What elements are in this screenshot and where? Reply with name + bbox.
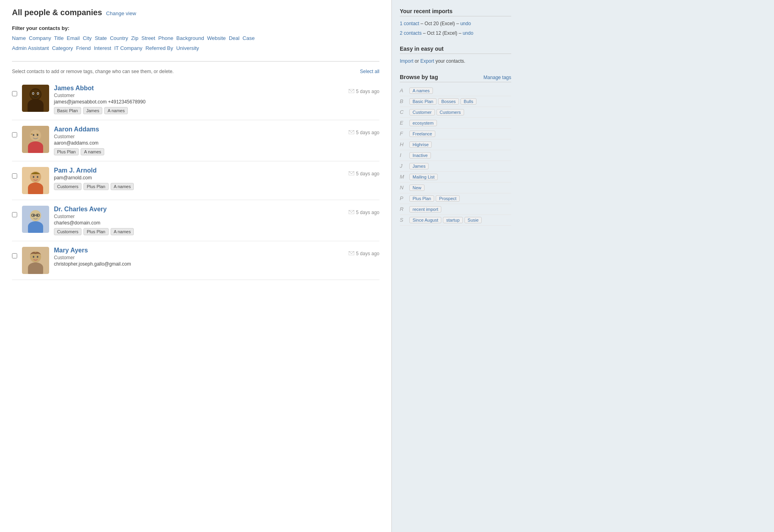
tag-items: Since AuguststartupSusie (409, 217, 482, 223)
recent-import-link[interactable]: 2 contacts (400, 30, 422, 36)
filter-link-background[interactable]: Background (177, 35, 204, 41)
tag-pill-since-august[interactable]: Since August (409, 217, 441, 223)
tag-james: James (83, 107, 102, 114)
envelope-icon (349, 171, 354, 177)
contact-checkbox-james-abbot[interactable] (12, 91, 17, 96)
sidebar: Your recent imports 1 contact – Oct 20 (… (391, 0, 519, 532)
contact-type-mary-ayers: Customer (54, 255, 344, 260)
contact-last-contact-mary-ayers: 5 days ago (349, 251, 379, 256)
contact-checkbox-mary-ayers[interactable] (12, 253, 17, 258)
change-view-link[interactable]: Change view (106, 10, 136, 16)
contacts-instruction: Select contacts to add or remove tags, c… (12, 69, 174, 74)
filter-link-category[interactable]: Category (52, 45, 73, 51)
contact-avatar-aaron-addams (22, 126, 49, 153)
tag-pill-customer[interactable]: Customer (409, 109, 435, 115)
tag-letter: I (400, 152, 406, 158)
recent-import-link[interactable]: 1 contact (400, 21, 419, 26)
easy-suffix: your contacts. (435, 58, 465, 64)
contact-name-charles-avery[interactable]: Dr. Charles Avery (54, 206, 107, 212)
filter-link-city[interactable]: City (83, 35, 91, 41)
tag-pill-bosses[interactable]: Bosses (438, 98, 459, 105)
contact-name-james-abbot[interactable]: James Abbot (54, 85, 94, 91)
contact-row: James AbbotCustomerjames@jamesabbot.com … (12, 79, 379, 120)
filter-link-referred-by[interactable]: Referred By (145, 45, 173, 51)
tag-letter: B (400, 98, 406, 104)
export-link[interactable]: Export (420, 58, 434, 64)
tag-a-names: A names (111, 228, 134, 235)
filter-link-interest[interactable]: Interest (94, 45, 111, 51)
contact-details-mary-ayers: christopher.joseph.gallo@gmail.com (54, 261, 344, 267)
contact-avatar-mary-ayers (22, 247, 49, 274)
contact-time-james-abbot: 5 days ago (356, 89, 379, 94)
manage-tags-link[interactable]: Manage tags (484, 75, 511, 80)
contact-checkbox-charles-avery[interactable] (12, 212, 17, 217)
browse-by-tag-header: Browse by tag Manage tags (400, 74, 511, 82)
filter-link-case[interactable]: Case (242, 35, 254, 41)
tag-pill-freelance[interactable]: Freelance (409, 131, 435, 137)
tag-row: JJames (400, 161, 511, 172)
tag-pill-inactive[interactable]: Inactive (409, 152, 431, 159)
contact-avatar-charles-avery (22, 206, 49, 233)
svg-rect-15 (36, 134, 38, 135)
tag-pill-plus-plan[interactable]: Plus Plan (409, 195, 434, 202)
contact-name-aaron-addams[interactable]: Aaron Addams (54, 126, 99, 133)
tag-pill-customers[interactable]: Customers (437, 109, 464, 115)
contact-name-mary-ayers[interactable]: Mary Ayers (54, 247, 88, 254)
tag-pill-bulls[interactable]: Bulls (460, 98, 476, 105)
tag-row: PPlus PlanProspect (400, 193, 511, 204)
tag-row: IInactive (400, 150, 511, 161)
filter-link-deal[interactable]: Deal (229, 35, 240, 41)
contact-type-james-abbot: Customer (54, 93, 344, 98)
contact-tags-james-abbot: Basic PlanJamesA names (54, 107, 344, 114)
filter-link-university[interactable]: University (176, 45, 199, 51)
recent-import-item: 1 contact – Oct 20 (Excel) – undo (400, 20, 511, 28)
contact-tags-charles-avery: CustomersPlus PlanA names (54, 228, 344, 235)
contact-checkbox-pam-arnold[interactable] (12, 173, 17, 179)
filter-link-state[interactable]: State (95, 35, 107, 41)
contact-last-contact-james-abbot: 5 days ago (349, 89, 379, 94)
tag-pill-a-names[interactable]: A names (409, 87, 433, 94)
svg-point-38 (33, 256, 34, 258)
tag-pill-recent-import[interactable]: recent import (409, 206, 441, 212)
tag-pill-susie[interactable]: Susie (464, 217, 482, 223)
tag-pill-prospect[interactable]: Prospect (436, 195, 459, 202)
filter-link-name[interactable]: Name (12, 35, 26, 41)
filter-link-title[interactable]: Title (54, 35, 64, 41)
tag-items: Highrise (409, 141, 432, 148)
recent-import-undo[interactable]: undo (460, 21, 471, 26)
tag-pill-highrise[interactable]: Highrise (409, 141, 432, 148)
easy-section: Easy in easy out Import or Export your c… (400, 46, 511, 66)
tag-items: recent import (409, 206, 441, 212)
filter-link-email[interactable]: Email (67, 35, 80, 41)
tag-pill-mailing-list[interactable]: Mailing List (409, 174, 438, 180)
tag-row: NNew (400, 183, 511, 193)
filter-link-zip[interactable]: Zip (131, 35, 138, 41)
contact-checkbox-aaron-addams[interactable] (12, 132, 17, 137)
filter-link-country[interactable]: Country (110, 35, 128, 41)
tag-pill-startup[interactable]: startup (443, 217, 463, 223)
import-link[interactable]: Import (400, 58, 413, 64)
tag-pill-basic-plan[interactable]: Basic Plan (409, 98, 437, 105)
select-all-link[interactable]: Select all (360, 69, 379, 74)
contacts-list: James AbbotCustomerjames@jamesabbot.com … (12, 79, 379, 280)
filter-link-company[interactable]: Company (29, 35, 51, 41)
filter-link-street[interactable]: Street (141, 35, 155, 41)
contact-tags-pam-arnold: CustomersPlus PlanA names (54, 183, 344, 190)
filter-link-friend[interactable]: Friend (76, 45, 91, 51)
contact-row: Mary AyersCustomerchristopher.joseph.gal… (12, 241, 379, 280)
recent-imports-title: Your recent imports (400, 8, 511, 16)
contact-last-contact-pam-arnold: 5 days ago (349, 171, 379, 177)
contact-name-pam-arnold[interactable]: Pam J. Arnold (54, 167, 97, 174)
tag-pill-james[interactable]: James (409, 163, 429, 169)
filter-link-phone[interactable]: Phone (158, 35, 173, 41)
filter-link-admin-assistant[interactable]: Admin Assistant (12, 45, 49, 51)
filter-link-it-company[interactable]: IT Company (114, 45, 143, 51)
tag-letter: M (400, 174, 406, 180)
page-title-area: All people & companies Change view (12, 8, 379, 17)
tag-row: SSince AuguststartupSusie (400, 215, 511, 226)
tag-pill-new[interactable]: New (409, 185, 425, 191)
filter-link-website[interactable]: Website (207, 35, 226, 41)
recent-import-undo[interactable]: undo (462, 30, 473, 36)
tag-pill-ecosystem[interactable]: ecosystem (409, 120, 437, 126)
contact-info-mary-ayers: Mary AyersCustomerchristopher.joseph.gal… (54, 247, 344, 267)
